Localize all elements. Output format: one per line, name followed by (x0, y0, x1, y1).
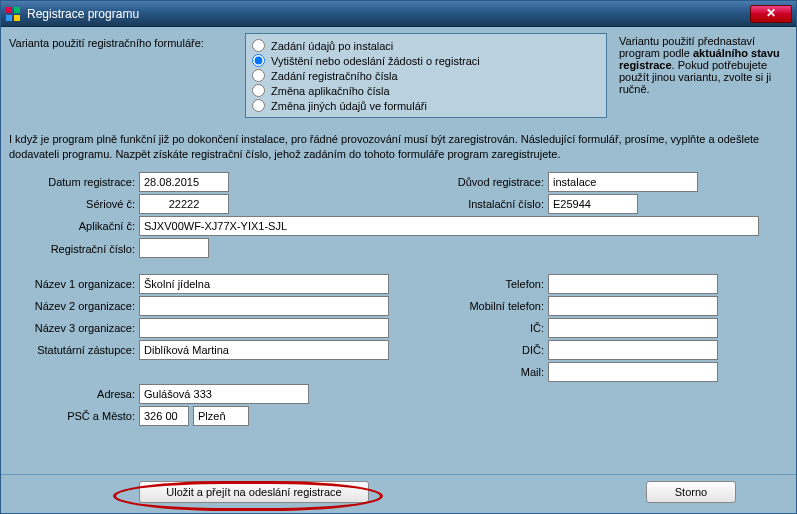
label-registracni: Registrační číslo: (9, 243, 139, 255)
label-aplikacni: Aplikační č: (9, 220, 139, 232)
label-adresa: Adresa: (9, 388, 139, 400)
input-nazev2[interactable] (139, 296, 389, 316)
storno-button[interactable]: Storno (646, 481, 736, 503)
input-psc[interactable] (139, 406, 189, 426)
instruction-paragraph: I když je program plně funkční již po do… (9, 132, 788, 162)
label-duvod: Důvod registrace: (428, 176, 548, 188)
input-mail[interactable] (548, 362, 718, 382)
variant-radio-3[interactable] (252, 84, 265, 97)
label-instalacni: Instalační číslo: (428, 198, 548, 210)
variant-option-3-label: Změna aplikačního čísla (271, 85, 390, 97)
variant-radio-4[interactable] (252, 99, 265, 112)
titlebar: Registrace programu ✕ (1, 1, 796, 27)
input-ic[interactable] (548, 318, 718, 338)
variant-option-1-label: Vytištění nebo odeslání žádosti o regist… (271, 55, 480, 67)
input-telefon[interactable] (548, 274, 718, 294)
registration-window: Registrace programu ✕ Varianta použití r… (0, 0, 797, 514)
variant-radio-0[interactable] (252, 39, 265, 52)
variant-radio-2[interactable] (252, 69, 265, 82)
window-title: Registrace programu (27, 7, 750, 21)
variant-group: Zadání údajů po instalaci Vytištění nebo… (245, 33, 607, 118)
input-nazev1[interactable] (139, 274, 389, 294)
content-area: Varianta použití registračního formuláře… (1, 27, 796, 513)
label-nazev2: Název 2 organizace: (9, 300, 139, 312)
variant-description: Variantu použití přednastaví program pod… (613, 33, 788, 97)
label-mobil: Mobilní telefon: (428, 300, 548, 312)
label-seriove: Sériové č: (9, 198, 139, 210)
variant-label: Varianta použití registračního formuláře… (9, 33, 239, 49)
variant-option-4-label: Změna jiných údajů ve formuláři (271, 100, 427, 112)
svg-rect-0 (6, 7, 12, 13)
variant-option-2-label: Zadání registračního čísla (271, 70, 398, 82)
svg-rect-3 (14, 15, 20, 21)
variant-option-4[interactable]: Změna jiných údajů ve formuláři (252, 98, 600, 113)
field-aplikacni: SJXV00WF-XJ77X-YIX1-SJL (139, 216, 759, 236)
input-mesto[interactable] (193, 406, 249, 426)
input-adresa[interactable] (139, 384, 309, 404)
save-button[interactable]: Uložit a přejít na odeslání registrace (139, 481, 369, 503)
variant-option-1[interactable]: Vytištění nebo odeslání žádosti o regist… (252, 53, 600, 68)
input-statutar[interactable] (139, 340, 389, 360)
field-seriove: 22222 (139, 194, 229, 214)
label-ic: IČ: (428, 322, 548, 334)
app-icon (5, 6, 21, 22)
variant-option-0-label: Zadání údajů po instalaci (271, 40, 393, 52)
label-nazev3: Název 3 organizace: (9, 322, 139, 334)
svg-rect-2 (6, 15, 12, 21)
label-dic: DIČ: (428, 344, 548, 356)
label-statutar: Statutární zástupce: (9, 344, 139, 356)
variant-radio-1[interactable] (252, 54, 265, 67)
variant-option-3[interactable]: Změna aplikačního čísla (252, 83, 600, 98)
variant-option-2[interactable]: Zadání registračního čísla (252, 68, 600, 83)
close-button[interactable]: ✕ (750, 5, 792, 23)
input-nazev3[interactable] (139, 318, 389, 338)
svg-rect-1 (14, 7, 20, 13)
input-dic[interactable] (548, 340, 718, 360)
button-row: Uložit a přejít na odeslání registrace S… (1, 474, 796, 507)
close-icon: ✕ (766, 6, 776, 20)
label-psc: PSČ a Město: (9, 410, 139, 422)
variant-option-0[interactable]: Zadání údajů po instalaci (252, 38, 600, 53)
label-datum: Datum registrace: (9, 176, 139, 188)
field-instalacni: E25944 (548, 194, 638, 214)
field-registracni (139, 238, 209, 258)
label-mail: Mail: (428, 366, 548, 378)
form-grid: Datum registrace: 28.08.2015 Důvod regis… (9, 172, 788, 426)
label-telefon: Telefon: (428, 278, 548, 290)
field-datum: 28.08.2015 (139, 172, 229, 192)
label-nazev1: Název 1 organizace: (9, 278, 139, 290)
input-mobil[interactable] (548, 296, 718, 316)
field-duvod: instalace (548, 172, 698, 192)
